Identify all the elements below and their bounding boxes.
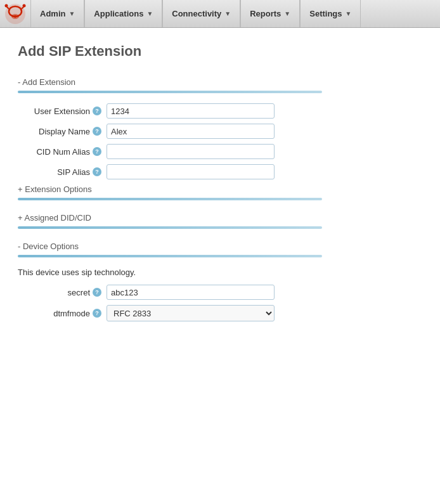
- add-extension-section: Add Extension User Extension ? Display N…: [18, 77, 422, 179]
- nav-link-admin[interactable]: Admin ▼: [30, 0, 84, 27]
- display-name-row: Display Name ?: [18, 124, 422, 139]
- nav-item-connectivity[interactable]: Connectivity ▼: [162, 0, 240, 27]
- user-extension-help-icon[interactable]: ?: [93, 107, 101, 115]
- nav-arrow-settings: ▼: [346, 10, 352, 17]
- cid-num-alias-help-icon[interactable]: ?: [93, 147, 101, 156]
- dtmfmode-label-text: dtmfmode: [53, 309, 90, 318]
- sip-alias-input[interactable]: [107, 164, 275, 179]
- section-divider-device: [18, 255, 322, 257]
- cid-num-alias-label-text: CID Num Alias: [36, 147, 90, 157]
- section-divider-add: [18, 91, 322, 93]
- dtmfmode-select[interactable]: RFC 2833 inband info auto: [107, 305, 275, 321]
- assigned-did-label: Assigned DID/CID: [25, 213, 91, 223]
- nav-label-reports: Reports: [250, 9, 281, 18]
- secret-row: secret ?: [18, 285, 422, 300]
- nav-label-settings: Settings: [309, 9, 342, 18]
- display-name-input[interactable]: [107, 124, 275, 139]
- device-options-section: Device Options This device uses sip tech…: [18, 242, 422, 321]
- device-info-text: This device uses sip technology.: [18, 268, 422, 277]
- user-extension-label: User Extension ?: [18, 107, 107, 116]
- dtmfmode-label: dtmfmode ?: [18, 309, 107, 318]
- svg-point-7: [14, 15, 16, 18]
- assigned-did-header[interactable]: Assigned DID/CID: [18, 213, 422, 223]
- dtmfmode-help-icon[interactable]: ?: [93, 309, 101, 318]
- nav-arrow-reports: ▼: [284, 10, 290, 17]
- secret-label-text: secret: [68, 288, 90, 297]
- nav-label-applications: Applications: [94, 9, 143, 18]
- navbar: Admin ▼ Applications ▼ Connectivity ▼ Re…: [0, 0, 440, 28]
- nav-item-admin[interactable]: Admin ▼: [30, 0, 84, 27]
- extension-options-label: Extension Options: [25, 184, 92, 194]
- svg-point-4: [5, 4, 8, 7]
- section-divider-ext-options: [18, 198, 322, 200]
- sip-alias-row: SIP Alias ?: [18, 164, 422, 179]
- user-extension-row: User Extension ?: [18, 103, 422, 119]
- add-extension-label: Add Extension: [22, 77, 75, 87]
- device-options-header[interactable]: Device Options: [18, 242, 422, 251]
- nav-item-settings[interactable]: Settings ▼: [300, 0, 361, 27]
- dtmfmode-row: dtmfmode ? RFC 2833 inband info auto: [18, 305, 422, 321]
- secret-help-icon[interactable]: ?: [93, 288, 101, 297]
- secret-input[interactable]: [107, 285, 275, 300]
- cid-num-alias-input[interactable]: [107, 144, 275, 159]
- nav-link-applications[interactable]: Applications ▼: [84, 0, 162, 27]
- display-name-label: Display Name ?: [18, 127, 107, 136]
- nav-link-settings[interactable]: Settings ▼: [300, 0, 361, 27]
- cid-num-alias-row: CID Num Alias ?: [18, 144, 422, 159]
- nav-arrow-connectivity: ▼: [224, 10, 231, 17]
- svg-point-5: [23, 4, 26, 7]
- display-name-label-text: Display Name: [39, 127, 90, 136]
- extension-options-header[interactable]: Extension Options: [18, 184, 422, 194]
- section-divider-did: [18, 226, 322, 229]
- user-extension-label-text: User Extension: [34, 107, 90, 116]
- secret-label: secret ?: [18, 288, 107, 297]
- cid-num-alias-label: CID Num Alias ?: [18, 147, 107, 157]
- page-content: Add SIP Extension Add Extension User Ext…: [0, 28, 440, 342]
- sip-alias-label: SIP Alias ?: [18, 167, 107, 177]
- nav-label-connectivity: Connectivity: [172, 9, 221, 18]
- extension-options-section: Extension Options: [18, 184, 422, 200]
- sip-alias-help-icon[interactable]: ?: [93, 167, 101, 176]
- sip-alias-label-text: SIP Alias: [57, 167, 90, 177]
- nav-item-applications[interactable]: Applications ▼: [84, 0, 162, 27]
- nav-menu: Admin ▼ Applications ▼ Connectivity ▼ Re…: [30, 0, 361, 27]
- add-extension-header[interactable]: Add Extension: [18, 77, 422, 87]
- logo: [4, 3, 27, 25]
- user-extension-input[interactable]: [107, 103, 275, 119]
- device-options-label: Device Options: [23, 242, 79, 251]
- nav-label-admin: Admin: [40, 9, 65, 18]
- nav-link-reports[interactable]: Reports ▼: [240, 0, 300, 27]
- assigned-did-section: Assigned DID/CID: [18, 213, 422, 229]
- page-title: Add SIP Extension: [18, 43, 422, 60]
- nav-arrow-admin: ▼: [68, 10, 75, 17]
- display-name-help-icon[interactable]: ?: [93, 127, 101, 136]
- nav-item-reports[interactable]: Reports ▼: [240, 0, 300, 27]
- nav-arrow-applications: ▼: [146, 10, 153, 17]
- nav-link-connectivity[interactable]: Connectivity ▼: [162, 0, 240, 27]
